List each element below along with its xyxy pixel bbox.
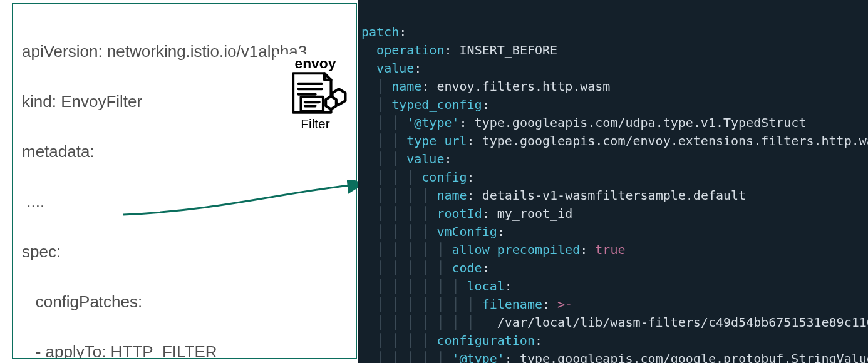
code-line: │ name: envoy.filters.http.wasm xyxy=(361,79,610,94)
code-line: │ │ │ │ configuration: xyxy=(361,333,542,348)
yaml-line: metadata: xyxy=(22,139,356,164)
code-line: │ │ type_url: type.googleapis.com/envoy.… xyxy=(361,133,868,148)
code-line: │ │ │ │ │ code: xyxy=(361,260,490,275)
yaml-line: configPatches: xyxy=(22,289,356,314)
code-line: │ │ │ │ name: details-v1-wasmfiltersampl… xyxy=(361,188,746,203)
svg-rect-5 xyxy=(301,97,323,111)
code-line: │ │ │ │ │ │ local: xyxy=(361,279,512,294)
code-line: │ │ '@type': type.googleapis.com/udpa.ty… xyxy=(361,115,806,130)
code-line: │ │ │ │ vmConfig: xyxy=(361,224,505,239)
left-yaml-panel: apiVersion: networking.istio.io/v1alpha3… xyxy=(12,3,357,359)
code-line: │ │ value: xyxy=(361,151,452,166)
code-line: │ │ │ │ │ │ │ /var/local/lib/wasm-filter… xyxy=(361,315,868,330)
yaml-line: spec: xyxy=(22,239,356,264)
code-line: value: xyxy=(361,61,421,76)
code-line: operation: INSERT_BEFORE xyxy=(361,43,557,58)
code-line: │ │ │ config: xyxy=(361,170,475,185)
right-code-content: patch: operation: INSERT_BEFORE value: │… xyxy=(358,0,868,363)
svg-text:Filter: Filter xyxy=(301,116,329,131)
yaml-line: - applyTo: HTTP_FILTER xyxy=(22,339,356,359)
envoy-filter-icon: envoy Filter xyxy=(276,54,354,132)
code-line: │ │ │ │ │ allow_precompiled: true xyxy=(361,242,625,257)
yaml-line: .... xyxy=(22,189,356,214)
code-line: │ typed_config: xyxy=(361,97,490,112)
code-line: patch: xyxy=(361,24,406,39)
svg-text:envoy: envoy xyxy=(294,55,336,71)
code-line: │ │ │ │ rootId: my_root_id xyxy=(361,206,572,221)
code-line: │ │ │ │ │ │ │ filename: >- xyxy=(361,297,572,312)
code-line: │ │ │ │ │ '@type': type.googleapis.com/g… xyxy=(361,351,868,363)
right-code-panel: patch: operation: INSERT_BEFORE value: │… xyxy=(358,0,868,363)
